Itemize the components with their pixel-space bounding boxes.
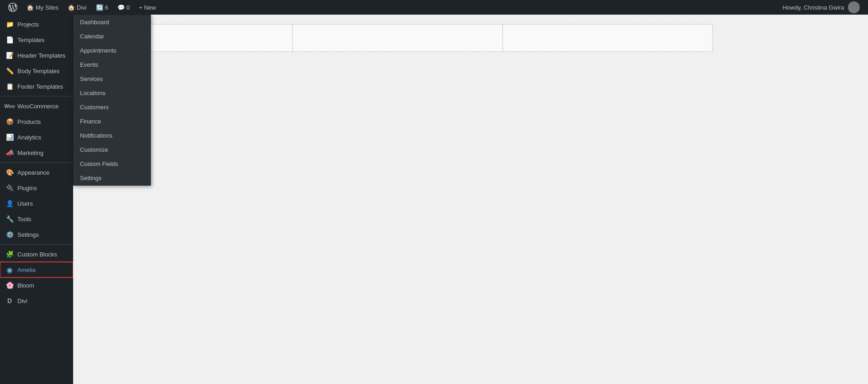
adminbar-new[interactable]: + New — [134, 0, 160, 15]
sidebar-item-appearance[interactable]: 🎨 Appearance — [0, 165, 73, 180]
separator-1 — [0, 96, 73, 96]
projects-icon: 📁 — [5, 20, 14, 28]
admin-menu: 📁 Projects 📄 Templates 📝 Header Template… — [0, 15, 73, 309]
submenu-item-calendar[interactable]: Calendar — [74, 29, 150, 43]
sidebar-label-plugins: Plugins — [17, 185, 37, 192]
sidebar-item-footer-templates[interactable]: 📋 Footer Templates — [0, 79, 73, 94]
custom-blocks-icon: 🧩 — [5, 250, 14, 258]
sidebar-label-woocommerce: WooCommerce — [17, 103, 59, 110]
submenu-item-settings[interactable]: Settings — [74, 171, 150, 185]
amelia-icon: ◉ — [5, 266, 14, 274]
submenu-item-customize[interactable]: Customize — [74, 143, 150, 157]
sidebar-label-appearance: Appearance — [17, 169, 49, 176]
sidebar-item-analytics[interactable]: 📊 Analytics — [0, 129, 73, 145]
sidebar-label-custom-blocks: Custom Blocks — [17, 251, 57, 258]
sidebar-item-body-templates[interactable]: ✏️ Body Templates — [0, 63, 73, 79]
appearance-icon: 🎨 — [5, 168, 14, 176]
settings-icon: ⚙️ — [5, 230, 14, 239]
marketing-icon: 📣 — [5, 149, 14, 157]
sidebar-item-amelia[interactable]: ◉ Amelia — [0, 262, 73, 277]
submenu-item-events[interactable]: Events — [74, 58, 150, 72]
mysites-label: My Sites — [36, 4, 59, 11]
users-icon: 👤 — [5, 199, 14, 208]
template-grid — [82, 24, 713, 52]
divi-icon: 🏠 — [68, 4, 75, 11]
sidebar-item-settings[interactable]: ⚙️ Settings — [0, 227, 73, 242]
submenu-item-finance[interactable]: Finance — [74, 114, 150, 128]
sidebar-label-marketing: Marketing — [17, 149, 43, 156]
template-cell-3 — [503, 24, 713, 52]
products-icon: 📦 — [5, 117, 14, 126]
sidebar-item-divi[interactable]: D Divi — [0, 293, 73, 309]
new-label: + New — [139, 4, 156, 11]
sidebar-item-templates[interactable]: 📄 Templates — [0, 32, 73, 48]
adminbar-left: 🏠 My Sites 🏠 Divi 🔄 6 💬 0 + New — [4, 0, 783, 15]
sidebar-item-bloom[interactable]: 🌸 Bloom — [0, 277, 73, 293]
amelia-submenu: Dashboard Calendar Appointments Events S… — [73, 15, 151, 186]
sidebar-label-divi: Divi — [17, 298, 27, 304]
admin-bar: 🏠 My Sites 🏠 Divi 🔄 6 💬 0 + New Howdy, C… — [0, 0, 868, 15]
adminbar-right: Howdy, Christina Gwira — [783, 1, 864, 13]
template-cell-2 — [293, 24, 502, 52]
adminbar-divi[interactable]: 🏠 Divi — [63, 0, 91, 15]
sidebar-label-users: Users — [17, 200, 33, 207]
sidebar-label-projects: Projects — [17, 21, 39, 28]
sidebar-label-amelia: Amelia — [17, 267, 36, 273]
sidebar-item-header-templates[interactable]: 📝 Header Templates — [0, 48, 73, 63]
sidebar-label-header-templates: Header Templates — [17, 52, 65, 59]
submenu-item-services[interactable]: Services — [74, 72, 150, 86]
sidebar-item-projects[interactable]: 📁 Projects — [0, 16, 73, 32]
woocommerce-icon: Woo — [5, 102, 14, 110]
updates-icon: 🔄 — [96, 4, 103, 11]
separator-2 — [0, 162, 73, 163]
sidebar-label-settings: Settings — [17, 231, 39, 238]
body-templates-icon: ✏️ — [5, 67, 14, 75]
sidebar: 📁 Projects 📄 Templates 📝 Header Template… — [0, 15, 73, 384]
submenu-item-notifications[interactable]: Notifications — [74, 128, 150, 143]
adminbar-mysites[interactable]: 🏠 My Sites — [22, 0, 63, 15]
submenu-item-customers[interactable]: Customers — [74, 100, 150, 114]
divi-label: Divi — [77, 4, 87, 11]
mysites-icon: 🏠 — [27, 4, 34, 11]
sidebar-item-marketing[interactable]: 📣 Marketing — [0, 145, 73, 160]
sidebar-label-templates: Templates — [17, 37, 44, 43]
sidebar-item-tools[interactable]: 🔧 Tools — [0, 211, 73, 227]
user-greeting: Howdy, Christina Gwira — [783, 4, 844, 11]
separator-3 — [0, 244, 73, 245]
sidebar-item-woocommerce[interactable]: Woo WooCommerce — [0, 98, 73, 114]
comments-count: 0 — [127, 4, 130, 11]
comments-icon: 💬 — [117, 4, 125, 11]
adminbar-updates[interactable]: 🔄 6 — [91, 0, 113, 15]
sidebar-label-analytics: Analytics — [17, 134, 41, 141]
templates-icon: 📄 — [5, 36, 14, 44]
submenu-item-appointments[interactable]: Appointments — [74, 43, 150, 58]
sidebar-item-plugins[interactable]: 🔌 Plugins — [0, 180, 73, 196]
sidebar-label-bloom: Bloom — [17, 282, 34, 289]
tools-icon: 🔧 — [5, 215, 14, 223]
sidebar-item-custom-blocks[interactable]: 🧩 Custom Blocks — [0, 246, 73, 262]
analytics-icon: 📊 — [5, 133, 14, 141]
adminbar-comments[interactable]: 💬 0 — [113, 0, 134, 15]
submenu-item-locations[interactable]: Locations — [74, 86, 150, 100]
sidebar-label-products: Products — [17, 118, 41, 125]
sidebar-label-body-templates: Body Templates — [17, 68, 59, 75]
sidebar-label-tools: Tools — [17, 216, 31, 223]
plugins-icon: 🔌 — [5, 184, 14, 192]
submenu-item-dashboard[interactable]: Dashboard — [74, 15, 150, 29]
divi-menu-icon: D — [5, 297, 14, 305]
sidebar-item-products[interactable]: 📦 Products — [0, 114, 73, 129]
submenu-item-custom-fields[interactable]: Custom Fields — [74, 157, 150, 171]
sidebar-label-footer-templates: Footer Templates — [17, 83, 63, 90]
bloom-icon: 🌸 — [5, 281, 14, 289]
adminbar-wp-logo[interactable] — [4, 0, 22, 15]
updates-count: 6 — [105, 4, 108, 11]
avatar — [848, 1, 860, 13]
main-content — [73, 15, 868, 384]
footer-templates-icon: 📋 — [5, 82, 14, 91]
header-templates-icon: 📝 — [5, 51, 14, 59]
sidebar-item-users[interactable]: 👤 Users — [0, 196, 73, 211]
